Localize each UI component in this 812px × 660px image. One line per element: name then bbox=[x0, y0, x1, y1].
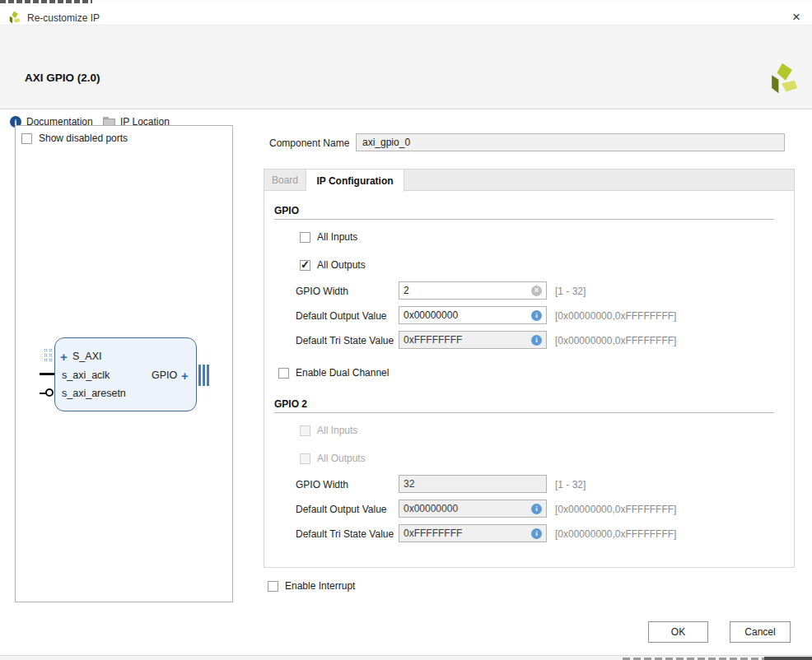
show-disabled-ports-row: Show disabled ports bbox=[21, 132, 128, 144]
show-disabled-ports-checkbox[interactable] bbox=[21, 133, 32, 144]
info-icon[interactable]: i bbox=[531, 528, 542, 539]
gpio-all-inputs-row: All Inputs bbox=[300, 231, 357, 243]
gpio2-width-label: GPIO Width bbox=[296, 479, 348, 490]
info-icon[interactable]: i bbox=[531, 335, 542, 346]
gpio2-all-outputs-row: All Outputs bbox=[300, 453, 366, 464]
gpio2-default-tri-label: Default Tri State Value bbox=[296, 528, 394, 540]
component-name-label: Component Name bbox=[269, 137, 349, 149]
gpio2-default-output-field: 0x00000000 i bbox=[399, 500, 547, 518]
ok-button[interactable]: OK bbox=[648, 621, 708, 643]
recustomize-ip-dialog: Re-customize IP × AXI GPIO (2.0) i Docum… bbox=[0, 0, 812, 660]
gpio-default-output-field[interactable]: 0x00000000 i bbox=[399, 306, 547, 324]
gpio-all-inputs-label: All Inputs bbox=[317, 231, 357, 243]
gpio2-all-inputs-row: All Inputs bbox=[300, 425, 357, 436]
cancel-button[interactable]: Cancel bbox=[730, 621, 791, 643]
info-icon[interactable]: i bbox=[531, 310, 542, 321]
section-gpio-title: GPIO bbox=[274, 205, 299, 216]
gpio2-all-outputs-label: All Outputs bbox=[317, 453, 366, 464]
gpio2-default-tri-value: 0xFFFFFFFF bbox=[404, 528, 531, 539]
background-window-sliver-bottom bbox=[0, 655, 812, 660]
show-disabled-ports-label: Show disabled ports bbox=[39, 132, 128, 144]
clear-icon[interactable]: × bbox=[531, 286, 542, 296]
port-s-axi-aresetn: s_axi_aresetn bbox=[62, 388, 126, 399]
enable-dual-channel-row: Enable Dual Channel bbox=[278, 367, 389, 379]
gpio-default-output-label: Default Output Value bbox=[296, 310, 387, 322]
gpio-width-range: [1 - 32] bbox=[555, 286, 586, 297]
gpio-width-label: GPIO Width bbox=[296, 286, 348, 297]
close-icon[interactable]: × bbox=[786, 8, 807, 26]
info-icon[interactable]: i bbox=[531, 504, 542, 514]
gpio-default-output-value: 0x00000000 bbox=[404, 309, 531, 321]
gpio2-width-range: [1 - 32] bbox=[555, 479, 586, 490]
gpio-default-tri-range: [0x00000000,0xFFFFFFFF] bbox=[555, 335, 676, 346]
s-axi-pin-grid-icon bbox=[44, 349, 54, 369]
window-titlebar: Re-customize IP × bbox=[0, 3, 812, 26]
tab-ip-configuration[interactable]: IP Configuration bbox=[306, 170, 404, 192]
enable-interrupt-label: Enable Interrupt bbox=[285, 580, 355, 592]
gpio-width-value: 2 bbox=[404, 285, 531, 296]
gpio2-all-outputs-checkbox bbox=[300, 453, 310, 464]
reset-pin-icon bbox=[45, 388, 54, 397]
s-axi-plus-icon[interactable]: + bbox=[60, 352, 68, 362]
enable-dual-channel-label: Enable Dual Channel bbox=[296, 367, 389, 379]
gpio2-width-field: 32 bbox=[399, 475, 547, 493]
section-gpio-divider bbox=[274, 219, 774, 220]
interface-port-s-axi: S_AXI bbox=[72, 351, 101, 362]
gpio-default-output-range: [0x00000000,0xFFFFFFFF] bbox=[555, 310, 676, 322]
port-s-axi-aclk: s_axi_aclk bbox=[62, 370, 110, 381]
xilinx-logo bbox=[764, 60, 800, 96]
enable-interrupt-row: Enable Interrupt bbox=[268, 580, 355, 592]
section-gpio2-divider bbox=[274, 412, 774, 413]
gpio-default-tri-label: Default Tri State Value bbox=[296, 335, 394, 346]
enable-interrupt-checkbox[interactable] bbox=[268, 581, 278, 592]
gpio-default-tri-field: 0xFFFFFFFF i bbox=[399, 331, 547, 349]
gpio2-all-inputs-label: All Inputs bbox=[317, 425, 357, 436]
gpio2-width-value: 32 bbox=[404, 478, 542, 490]
gpio-width-field[interactable]: 2 × bbox=[399, 281, 547, 300]
gpio-default-tri-value: 0xFFFFFFFF bbox=[404, 334, 531, 346]
gpio-all-outputs-label: All Outputs bbox=[317, 259, 366, 271]
gpio-all-outputs-checkbox[interactable]: ✓ bbox=[300, 260, 310, 271]
check-icon: ✓ bbox=[301, 258, 310, 271]
gpio2-all-inputs-checkbox bbox=[300, 425, 310, 436]
gpio2-default-output-range: [0x00000000,0xFFFFFFFF] bbox=[555, 504, 676, 515]
gpio-all-outputs-row: ✓ All Outputs bbox=[300, 259, 366, 271]
page-title: AXI GPIO (2.0) bbox=[25, 72, 100, 84]
gpio2-default-tri-field: 0xFFFFFFFF i bbox=[399, 524, 547, 542]
component-name-value: axi_gpio_0 bbox=[362, 137, 410, 148]
gpio-plus-icon[interactable]: + bbox=[181, 371, 189, 381]
component-name-field: axi_gpio_0 bbox=[356, 133, 785, 151]
gpio-expand-icon[interactable] bbox=[198, 365, 209, 386]
background-dark-fragment bbox=[764, 657, 812, 660]
gpio2-default-tri-range: [0x00000000,0xFFFFFFFF] bbox=[555, 528, 676, 540]
window-title: Re-customize IP bbox=[27, 12, 100, 24]
gpio-all-inputs-checkbox[interactable] bbox=[300, 232, 310, 243]
dialog-header: AXI GPIO (2.0) i Documentation IP Locati… bbox=[0, 26, 812, 109]
gpio2-default-output-label: Default Output Value bbox=[296, 504, 387, 515]
tab-board: Board bbox=[264, 170, 306, 191]
interface-port-gpio: GPIO bbox=[152, 370, 177, 381]
xilinx-app-icon bbox=[7, 10, 21, 25]
gpio2-default-output-value: 0x00000000 bbox=[404, 503, 531, 514]
ip-block: + S_AXI s_axi_aclk GPIO + s_axi_aresetn bbox=[54, 337, 197, 411]
clk-pin-icon bbox=[40, 373, 54, 375]
enable-dual-channel-checkbox[interactable] bbox=[278, 368, 289, 379]
section-gpio2-title: GPIO 2 bbox=[274, 398, 307, 410]
